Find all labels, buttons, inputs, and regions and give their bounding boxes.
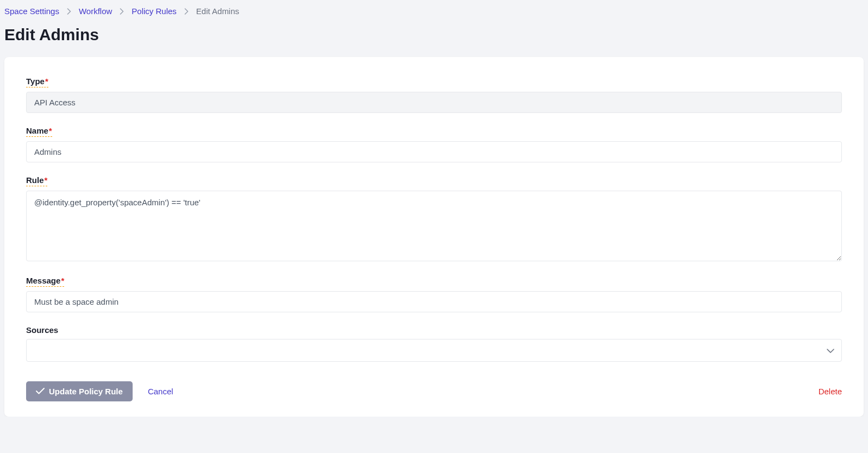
message-label: Message* (26, 276, 64, 287)
breadcrumb-workflow[interactable]: Workflow (79, 7, 112, 16)
button-row: Update Policy Rule Cancel Delete (26, 381, 842, 401)
name-input[interactable] (26, 141, 842, 162)
form-card: Type* Name* Rule* Message* Sources (4, 57, 864, 417)
rule-label-text: Rule (26, 175, 44, 185)
required-mark: * (45, 77, 48, 86)
update-button[interactable]: Update Policy Rule (26, 381, 133, 401)
type-label: Type* (26, 77, 48, 87)
required-mark: * (45, 175, 48, 185)
message-input[interactable] (26, 291, 842, 312)
sources-select[interactable] (26, 339, 842, 362)
breadcrumb: Space Settings Workflow Policy Rules Edi… (4, 4, 864, 26)
sources-label: Sources (26, 325, 58, 335)
field-sources: Sources (26, 325, 842, 362)
breadcrumb-space-settings[interactable]: Space Settings (4, 7, 59, 16)
field-name: Name* (26, 126, 842, 162)
cancel-button[interactable]: Cancel (148, 387, 173, 396)
name-label: Name* (26, 126, 52, 137)
breadcrumb-current: Edit Admins (196, 7, 239, 16)
field-type: Type* (26, 77, 842, 113)
rule-textarea[interactable] (26, 191, 842, 261)
message-label-text: Message (26, 276, 60, 285)
type-input (26, 92, 842, 113)
field-rule: Rule* (26, 175, 842, 263)
type-label-text: Type (26, 77, 45, 86)
required-mark: * (61, 276, 64, 285)
rule-label: Rule* (26, 175, 47, 186)
page-title: Edit Admins (4, 26, 864, 44)
chevron-right-icon (184, 8, 189, 15)
chevron-right-icon (67, 8, 71, 15)
update-button-label: Update Policy Rule (49, 387, 123, 396)
breadcrumb-policy-rules[interactable]: Policy Rules (132, 7, 177, 16)
delete-button[interactable]: Delete (819, 387, 842, 396)
required-mark: * (49, 126, 52, 135)
chevron-right-icon (120, 8, 124, 15)
name-label-text: Name (26, 126, 48, 135)
field-message: Message* (26, 276, 842, 312)
check-icon (36, 387, 45, 396)
